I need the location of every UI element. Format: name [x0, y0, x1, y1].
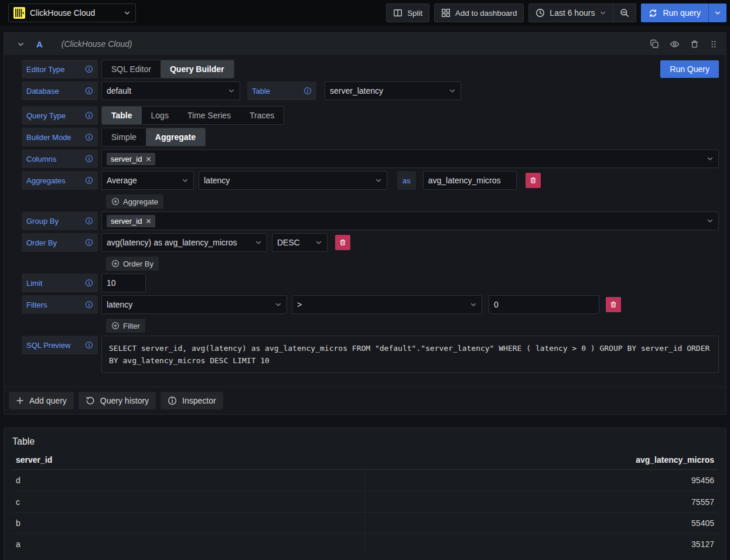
query-ref-id[interactable]: A: [36, 39, 43, 49]
query-builder-option[interactable]: Query Builder: [161, 60, 234, 78]
group-by-label: Group By: [22, 211, 98, 230]
selected-group-by-tag: server_id: [107, 215, 155, 227]
order-by-label: Order By: [22, 233, 98, 252]
database-select[interactable]: default: [101, 81, 240, 100]
table-row: c 75557: [12, 491, 718, 512]
info-icon[interactable]: [85, 217, 93, 225]
add-query-button[interactable]: Add query: [9, 392, 74, 409]
cell-avg-latency: 55405: [365, 518, 718, 528]
run-query-editor-button[interactable]: Run Query: [660, 60, 719, 78]
close-icon[interactable]: [146, 156, 151, 162]
cell-avg-latency: 95456: [365, 476, 718, 485]
remove-query-trash-icon[interactable]: [690, 39, 699, 49]
remove-filter-button[interactable]: [606, 297, 621, 312]
time-range-button[interactable]: Last 6 hours: [529, 4, 613, 22]
cell-server-id: a: [12, 534, 365, 554]
close-icon[interactable]: [146, 218, 151, 224]
chevron-down-icon: [370, 177, 382, 184]
chevron-down-icon: [599, 9, 606, 16]
aggregates-label: Aggregates: [22, 171, 98, 190]
cell-server-id: d: [12, 470, 365, 491]
query-type-logs-option[interactable]: Logs: [142, 107, 178, 124]
hide-response-eye-icon[interactable]: [670, 39, 680, 49]
cell-server-id: c: [12, 491, 365, 512]
chevron-down-icon: [702, 217, 714, 224]
aggregate-column-select[interactable]: latency: [199, 171, 387, 190]
info-icon[interactable]: [85, 279, 93, 287]
explore-footer-actions: Add query Query history Inspector: [4, 387, 726, 414]
info-icon[interactable]: [85, 65, 93, 73]
columns-multiselect[interactable]: server_id: [101, 149, 719, 168]
add-aggregate-button[interactable]: Aggregate: [106, 194, 163, 209]
columns-label: Columns: [22, 149, 98, 168]
editor-type-label: Editor Type: [22, 60, 98, 78]
aggregate-function-select[interactable]: Average: [101, 171, 194, 190]
add-to-dashboard-button[interactable]: Add to dashboard: [434, 4, 524, 22]
sql-editor-option[interactable]: SQL Editor: [102, 60, 161, 78]
aggregate-alias-input[interactable]: [423, 171, 517, 190]
group-by-multiselect[interactable]: server_id: [101, 211, 719, 230]
apps-grid-icon: [441, 8, 451, 18]
column-header-avg-latency-micros[interactable]: avg_latency_micros: [365, 455, 714, 465]
split-label: Split: [407, 9, 422, 18]
info-icon[interactable]: [85, 133, 93, 141]
info-icon[interactable]: [85, 87, 93, 95]
panel-title: Table: [4, 433, 726, 453]
datasource-picker[interactable]: ClickHouse Cloud: [8, 4, 136, 22]
chevron-down-icon: [702, 155, 714, 162]
add-order-by-button[interactable]: Order By: [106, 257, 159, 271]
table-row: d 95456: [12, 470, 718, 491]
chevron-down-icon: [465, 301, 477, 308]
zoom-out-icon: [620, 8, 629, 18]
run-query-dropdown-button[interactable]: [708, 4, 726, 22]
drag-handle-icon[interactable]: [709, 39, 718, 49]
remove-aggregate-button[interactable]: [526, 173, 541, 188]
filters-label: Filters: [22, 295, 98, 314]
duplicate-query-icon[interactable]: [650, 39, 659, 49]
query-type-timeseries-option[interactable]: Time Series: [178, 107, 240, 124]
info-icon[interactable]: [85, 155, 93, 163]
trash-icon: [530, 177, 537, 184]
sql-preview-label: SQL Preview: [22, 336, 98, 354]
collapse-chevron-icon[interactable]: [17, 40, 25, 48]
table-label: Table: [247, 81, 316, 100]
info-icon[interactable]: [303, 87, 312, 95]
filter-value-input[interactable]: [489, 295, 599, 314]
clickhouse-logo-icon: [13, 7, 25, 19]
plus-circle-icon: [111, 322, 120, 330]
run-query-button[interactable]: Run query: [641, 4, 708, 22]
datasource-name: ClickHouse Cloud: [30, 8, 95, 18]
order-by-column-select[interactable]: avg(latency) as avg_latency_micros: [101, 233, 267, 252]
remove-order-by-button[interactable]: [335, 235, 350, 250]
builder-mode-aggregate-option[interactable]: Aggregate: [146, 128, 205, 146]
filter-operator-select[interactable]: >: [292, 295, 482, 314]
chevron-down-icon: [444, 87, 456, 94]
run-query-label: Run query: [663, 8, 701, 18]
order-direction-select[interactable]: DESC: [272, 233, 328, 252]
zoom-out-time-button[interactable]: [613, 4, 636, 22]
limit-label: Limit: [22, 274, 98, 292]
sql-preview-text: SELECT server_id, avg(latency) as avg_la…: [101, 336, 719, 373]
plus-icon: [16, 397, 24, 405]
info-icon[interactable]: [85, 238, 93, 247]
inspector-button[interactable]: Inspector: [161, 392, 223, 409]
split-button[interactable]: Split: [386, 4, 429, 22]
table-select[interactable]: server_latency: [325, 81, 461, 100]
info-icon[interactable]: [85, 111, 93, 119]
limit-input[interactable]: [101, 274, 146, 292]
builder-mode-simple-option[interactable]: Simple: [102, 128, 146, 146]
plus-circle-icon: [111, 259, 120, 268]
query-type-traces-option[interactable]: Traces: [240, 107, 284, 124]
info-icon[interactable]: [85, 176, 93, 185]
selected-column-tag: server_id: [107, 153, 155, 165]
time-range-label: Last 6 hours: [550, 8, 595, 18]
query-history-button[interactable]: Query history: [79, 392, 156, 409]
info-icon[interactable]: [85, 341, 93, 349]
chevron-down-icon: [311, 239, 322, 246]
chevron-down-icon: [714, 9, 721, 16]
add-filter-button[interactable]: Filter: [106, 319, 145, 333]
info-icon[interactable]: [85, 301, 93, 309]
column-header-server-id[interactable]: server_id: [16, 455, 365, 465]
filter-column-select[interactable]: latency: [101, 295, 287, 314]
query-type-table-option[interactable]: Table: [102, 107, 142, 124]
